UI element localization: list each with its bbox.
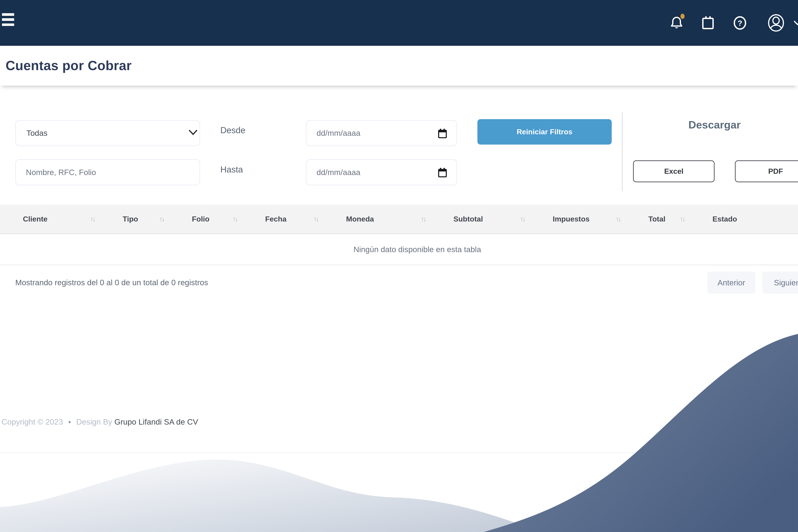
download-excel-button[interactable]: Excel: [633, 160, 715, 182]
page-title: Cuentas por Cobrar: [5, 46, 132, 86]
pagination-previous-button[interactable]: Anterior: [707, 272, 755, 293]
column-header-subtotal[interactable]: Subtotal ↑↓: [453, 215, 553, 223]
date-from-label: Desde: [220, 125, 245, 135]
accounts-receivable-page: ? Cuentas por Cobrar Todas Desde Hasta: [0, 0, 798, 532]
column-header-moneda[interactable]: Moneda ↑↓: [346, 215, 453, 223]
menu-icon[interactable]: [2, 13, 14, 26]
user-account-button[interactable]: [767, 0, 785, 46]
dark-wave-shape: [482, 334, 798, 532]
sort-icon[interactable]: ↑↓: [616, 215, 620, 223]
sort-icon[interactable]: ↑↓: [90, 215, 95, 223]
chevron-down-icon[interactable]: [794, 0, 798, 46]
svg-text:?: ?: [738, 19, 742, 27]
column-header-cliente[interactable]: Cliente ↑↓: [23, 215, 123, 223]
search-input[interactable]: [15, 159, 200, 185]
date-to-input[interactable]: [306, 159, 457, 185]
document-type-select[interactable]: Todas: [15, 120, 200, 146]
calendar-icon: [701, 15, 715, 31]
column-header-fecha[interactable]: Fecha ↑↓: [265, 215, 346, 223]
copyright-text: Copyright © 2023: [1, 417, 63, 426]
sort-icon[interactable]: ↑↓: [680, 215, 684, 223]
footer-divider: [0, 453, 798, 453]
reset-filters-button[interactable]: Reiniciar Filtros: [477, 119, 612, 145]
column-header-estado[interactable]: Estado ↑↓: [712, 215, 798, 223]
column-header-total[interactable]: Total ↑↓: [648, 215, 712, 223]
help-button[interactable]: ?: [733, 0, 747, 46]
sort-icon[interactable]: ↑↓: [233, 215, 237, 223]
footer-separator: •: [68, 417, 71, 426]
question-circle-icon: ?: [733, 15, 747, 31]
empty-table-message: Ningún dato disponible en esta tabla: [354, 245, 481, 254]
sort-icon[interactable]: ↑↓: [421, 215, 425, 223]
footer: Copyright © 2023 • Design By Grupo Lifan…: [1, 417, 198, 426]
user-avatar-icon: [767, 13, 785, 33]
pagination-next-button[interactable]: Siguiente: [762, 272, 798, 293]
company-link[interactable]: Grupo Lifandi SA de CV: [114, 417, 198, 426]
download-section-title: Descargar: [631, 119, 798, 131]
sort-icon[interactable]: ↑↓: [159, 215, 164, 223]
notifications-button[interactable]: [670, 0, 683, 46]
table-header-row: Cliente ↑↓ Tipo ↑↓ Folio ↑↓ Fecha ↑↓ Mon…: [0, 205, 798, 234]
date-from-input[interactable]: [306, 120, 457, 146]
section-divider: [622, 112, 623, 191]
design-by-text: Design By: [76, 417, 112, 426]
download-pdf-button[interactable]: PDF: [735, 160, 798, 182]
page-header: Cuentas por Cobrar: [0, 46, 798, 86]
top-navbar: ?: [0, 0, 798, 46]
light-wave-shape: [0, 459, 545, 532]
column-header-folio[interactable]: Folio ↑↓: [192, 215, 265, 223]
column-header-impuestos[interactable]: Impuestos ↑↓: [553, 215, 648, 223]
sort-icon[interactable]: ↑↓: [520, 215, 525, 223]
notification-dot: [681, 14, 685, 19]
table-empty-row: Ningún dato disponible en esta tabla: [0, 234, 798, 265]
sort-icon[interactable]: ↑↓: [314, 215, 318, 223]
calendar-button[interactable]: [701, 0, 715, 46]
column-header-tipo[interactable]: Tipo ↑↓: [122, 215, 192, 223]
records-info-text: Mostrando registros del 0 al 0 de un tot…: [15, 278, 208, 287]
date-to-label: Hasta: [220, 165, 243, 174]
